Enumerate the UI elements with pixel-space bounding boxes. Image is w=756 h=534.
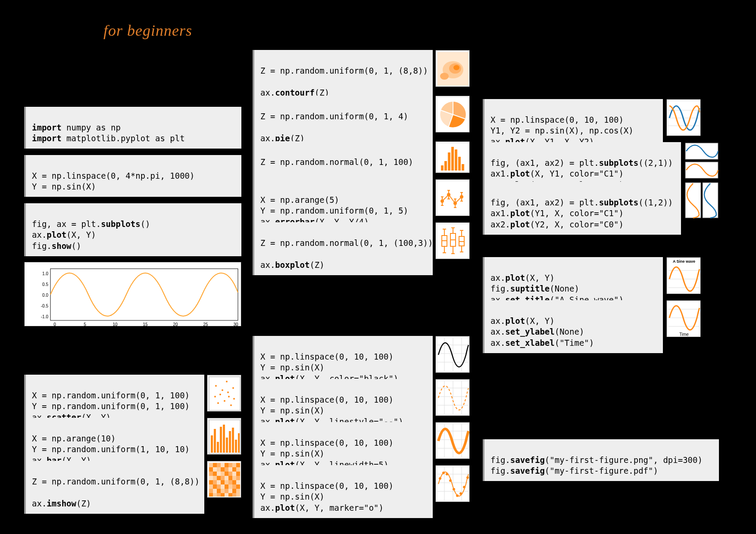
svg-rect-81 [236,489,240,493]
svg-point-175 [439,477,441,480]
svg-rect-73 [236,484,240,489]
thumb-subplots12 [684,182,719,219]
ytick: -0.5 [41,304,49,308]
svg-rect-106 [458,157,461,171]
svg-rect-60 [217,480,221,484]
svg-rect-53 [221,476,225,480]
svg-point-2 [215,385,217,387]
thumb-hist [435,141,470,173]
svg-rect-57 [236,476,240,480]
svg-rect-15 [211,435,213,453]
thumb-linestyle [435,379,470,416]
svg-point-9 [230,404,232,406]
svg-rect-27 [213,463,217,467]
code-imshow: Z = np.random.uniform(0, 1, (8,8)) ax.im… [24,461,204,514]
svg-rect-20 [226,438,228,453]
thumb-color [435,336,470,373]
svg-rect-1 [209,377,240,410]
svg-rect-75 [213,489,217,493]
svg-point-183 [466,476,469,479]
svg-rect-32 [232,463,236,467]
svg-rect-58 [209,480,213,484]
code-contourf: Z = np.random.uniform(0, 1, (8,8)) ax.co… [253,50,433,103]
svg-rect-38 [225,467,228,472]
svg-rect-87 [228,493,232,497]
svg-rect-77 [221,489,225,493]
ytick: -1.0 [41,314,49,319]
svg-rect-49 [236,472,240,476]
svg-rect-24 [238,433,240,453]
code-imports: import numpy as np import matplotlib.pyp… [24,107,241,149]
ytick: 1.0 [42,271,48,276]
svg-rect-18 [220,427,222,453]
svg-rect-80 [232,489,236,493]
thumb-marker [435,465,470,502]
svg-point-126 [454,202,456,205]
svg-rect-71 [228,484,232,489]
svg-rect-37 [221,467,225,472]
code-boxplot: Z = np.random.normal(0, 1, (100,3)) ax.b… [253,222,433,275]
svg-point-13 [227,391,229,393]
svg-rect-45 [221,472,225,476]
svg-rect-82 [209,493,213,497]
svg-rect-79 [228,489,232,493]
svg-rect-101 [441,165,444,171]
code-save: fig.savefig("my-first-figure.png", dpi=3… [483,439,719,481]
code-pie: Z = np.random.uniform(0, 1, 4) ax.pie(Z) [253,96,433,149]
svg-point-180 [456,494,459,497]
svg-rect-104 [451,147,454,171]
thumb-title-label: A Sine wave [673,259,695,264]
svg-rect-48 [232,472,236,476]
svg-rect-192 [668,258,700,294]
svg-rect-69 [221,484,225,489]
svg-rect-59 [213,480,217,484]
svg-rect-88 [232,493,236,497]
svg-rect-47 [228,472,232,476]
svg-rect-35 [213,467,217,472]
code-marker: X = np.linspace(0, 10, 100) Y = np.sin(X… [253,465,433,518]
svg-point-4 [232,387,234,389]
svg-rect-63 [228,480,232,484]
svg-rect-50 [209,476,213,480]
svg-rect-84 [217,493,221,497]
xtick: 25 [203,322,208,327]
title-subtitle: for beginners [103,22,192,40]
ytick: 0.5 [42,282,48,287]
xtick: 0 [53,322,56,327]
svg-rect-44 [217,472,221,476]
svg-rect-22 [232,428,234,453]
thumb-scatter [207,375,241,412]
svg-rect-34 [209,467,213,472]
svg-point-11 [233,398,235,400]
thumb-title: A Sine wave [666,257,701,294]
svg-point-176 [442,472,445,474]
svg-rect-83 [213,493,217,497]
svg-rect-89 [236,493,240,497]
svg-rect-0 [50,269,238,320]
svg-rect-31 [228,463,232,467]
svg-rect-86 [225,493,228,497]
svg-rect-23 [235,440,237,453]
svg-point-6 [228,396,230,397]
svg-rect-41 [236,467,240,472]
svg-point-177 [446,473,448,475]
svg-rect-56 [232,476,236,480]
svg-point-181 [459,492,462,495]
svg-rect-39 [228,467,232,472]
svg-rect-26 [209,463,213,467]
svg-point-124 [441,200,444,202]
svg-rect-102 [444,161,447,171]
svg-rect-33 [236,463,240,467]
thumb-plot2 [666,99,701,136]
svg-rect-30 [225,463,228,467]
svg-rect-46 [225,472,228,476]
thumb-imshow [207,461,241,498]
svg-rect-62 [225,480,228,484]
thumb-errorbar [435,179,470,216]
svg-rect-85 [221,493,225,497]
svg-rect-29 [221,463,225,467]
xtick: 5 [84,322,86,327]
svg-rect-103 [448,152,450,171]
svg-rect-52 [217,476,221,480]
svg-rect-64 [232,480,236,484]
